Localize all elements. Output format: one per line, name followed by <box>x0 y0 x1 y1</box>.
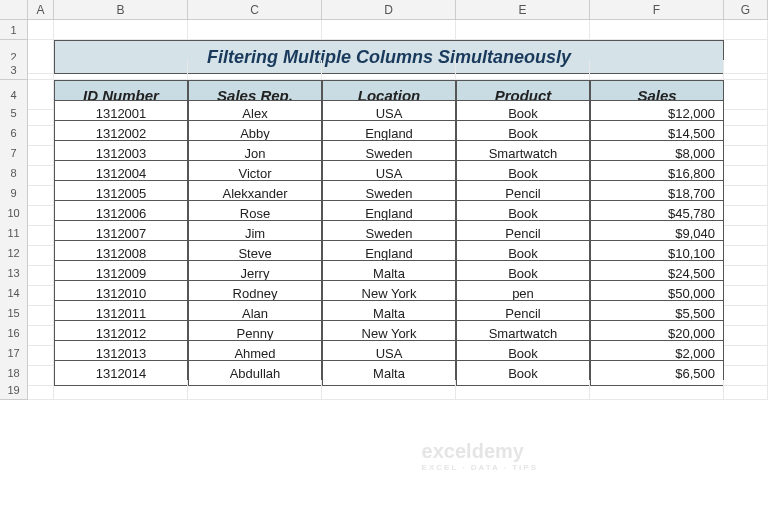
cell-E19[interactable] <box>456 380 590 400</box>
col-header-A[interactable]: A <box>28 0 54 20</box>
cell-D3[interactable] <box>322 60 456 80</box>
cell-B3[interactable] <box>54 60 188 80</box>
cell-F3[interactable] <box>590 60 724 80</box>
col-header-E[interactable]: E <box>456 0 590 20</box>
cell-B19[interactable] <box>54 380 188 400</box>
row-header-19[interactable]: 19 <box>0 380 28 400</box>
cell-D19[interactable] <box>322 380 456 400</box>
col-header-G[interactable]: G <box>724 0 768 20</box>
cell-F1[interactable] <box>590 20 724 40</box>
row-header-1[interactable]: 1 <box>0 20 28 40</box>
cell-G1[interactable] <box>724 20 768 40</box>
cell-G3[interactable] <box>724 60 768 80</box>
cell-A3[interactable] <box>28 60 54 80</box>
select-all-corner[interactable] <box>0 0 28 20</box>
cell-E1[interactable] <box>456 20 590 40</box>
spreadsheet-grid[interactable]: A B C D E F G 1 2 Filtering Multiple Col… <box>0 0 768 400</box>
col-header-D[interactable]: D <box>322 0 456 20</box>
cell-F19[interactable] <box>590 380 724 400</box>
cell-B1[interactable] <box>54 20 188 40</box>
cell-A1[interactable] <box>28 20 54 40</box>
row-header-3[interactable]: 3 <box>0 60 28 80</box>
cell-A19[interactable] <box>28 380 54 400</box>
col-header-B[interactable]: B <box>54 0 188 20</box>
cell-D1[interactable] <box>322 20 456 40</box>
cell-C19[interactable] <box>188 380 322 400</box>
col-header-C[interactable]: C <box>188 0 322 20</box>
cell-C3[interactable] <box>188 60 322 80</box>
cell-C1[interactable] <box>188 20 322 40</box>
cell-G19[interactable] <box>724 380 768 400</box>
cell-E3[interactable] <box>456 60 590 80</box>
col-header-F[interactable]: F <box>590 0 724 20</box>
